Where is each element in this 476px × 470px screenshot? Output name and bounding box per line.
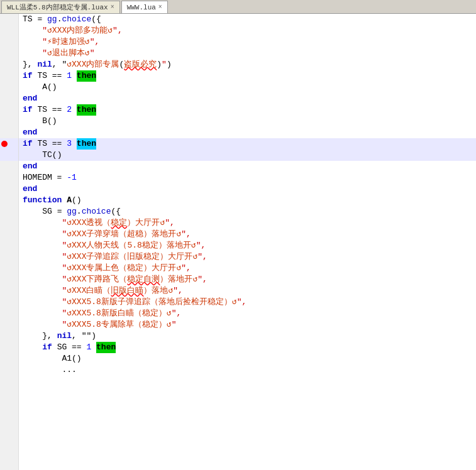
ln-30 — [0, 342, 18, 353]
ln-33 — [0, 376, 18, 387]
code-line-18: SG = gg.choice({ — [19, 206, 476, 217]
code-line-27: "↺XXX5.8新版白瞄（稳定）↺", — [19, 308, 476, 319]
code-line-19: "↺XXX透视（稳定）大厅开↺", — [19, 217, 476, 229]
ln-32 — [0, 364, 18, 376]
code-line-31: A1() — [19, 353, 476, 364]
tab-bar: WLL温柔5.8内部稳定专属.luax × WWW.lua × — [0, 0, 476, 14]
ln-9 — [0, 104, 18, 116]
code-line-6: if TS == 1 then — [19, 70, 476, 82]
code-line-26: "↺XXX5.8新版子弹追踪（落地后捡检开稳定）↺", — [19, 297, 476, 308]
code-line-3: "⚡时速加强↺", — [19, 36, 476, 48]
code-line-8: end — [19, 93, 476, 104]
ln-40 — [0, 455, 18, 466]
code-line-4: "↺退出脚本↺" — [19, 48, 476, 59]
ln-5 — [0, 59, 18, 70]
ln-6 — [0, 70, 18, 82]
ln-34 — [0, 387, 18, 398]
ln-12 — [0, 138, 18, 150]
code-line-7: A() — [19, 82, 476, 93]
ln-8 — [0, 93, 18, 104]
code-line-2: "↺XXX内部多功能↺", — [19, 25, 476, 36]
code-line-11: end — [19, 127, 476, 138]
ln-31 — [0, 353, 18, 364]
ln-4 — [0, 48, 18, 59]
code-line-1: TS = gg.choice({ — [19, 14, 476, 25]
ln-37 — [0, 421, 18, 432]
ln-2 — [0, 25, 18, 36]
ln-29 — [0, 331, 18, 342]
ln-41 — [0, 466, 18, 470]
tab-www-lua-label: WWW.lua — [127, 4, 156, 11]
ln-15 — [0, 172, 18, 183]
code-line-16: end — [19, 183, 476, 195]
ln-26 — [0, 297, 18, 308]
code-line-13: TC() — [19, 150, 476, 161]
code-span: TS — [23, 14, 37, 25]
code-line-9: if TS == 2 then — [19, 104, 476, 116]
ln-19 — [0, 217, 18, 229]
ln-18 — [0, 206, 18, 217]
tab-luax[interactable]: WLL温柔5.8内部稳定专属.luax × — [1, 1, 120, 13]
code-line-23: "↺XXX专属上色（稳定）大厅开↺", — [19, 263, 476, 274]
code-line-24: "↺XXX下蹲路飞（稳定自测）落地开↺", — [19, 274, 476, 285]
code-line-30: if SG == 1 then — [19, 342, 476, 353]
code-line-14: end — [19, 161, 476, 172]
code-line-29: }, nil, "") — [19, 331, 476, 342]
ln-17 — [0, 195, 18, 206]
ln-24 — [0, 274, 18, 285]
ln-28 — [0, 319, 18, 331]
tab-www-lua-close[interactable]: × — [158, 4, 162, 11]
code-line-32: ... — [19, 364, 476, 376]
code-content[interactable]: TS = gg.choice({ "↺XXX内部多功能↺", "⚡时速加强↺",… — [19, 14, 476, 470]
tab-luax-close[interactable]: × — [111, 4, 114, 11]
ln-10 — [0, 116, 18, 127]
code-line-10: B() — [19, 116, 476, 127]
ln-25 — [0, 285, 18, 297]
ln-16 — [0, 183, 18, 195]
code-line-5: }, nil, "↺XXX内部专属(盗版必究)") — [19, 59, 476, 70]
editor-container: WLL温柔5.8内部稳定专属.luax × WWW.lua × — [0, 0, 476, 470]
ln-35 — [0, 398, 18, 410]
ln-22 — [0, 251, 18, 263]
ln-39 — [0, 444, 18, 455]
ln-27 — [0, 308, 18, 319]
code-line-25: "↺XXX白瞄（旧版白瞄）落地↺", — [19, 285, 476, 297]
ln-20 — [0, 229, 18, 240]
code-line-12: if TS == 3 then — [19, 138, 476, 150]
code-line-15: HOMEDM = -1 — [19, 172, 476, 183]
ln-23 — [0, 263, 18, 274]
tab-www-lua[interactable]: WWW.lua × — [121, 1, 168, 13]
ln-7 — [0, 82, 18, 93]
ln-3 — [0, 36, 18, 48]
ln-1 — [0, 14, 18, 25]
code-line-22: "↺XXX子弹追踪（旧版稳定）大厅开↺", — [19, 251, 476, 263]
code-line-20: "↺XXX子弹穿墙（超稳）落地开↺", — [19, 229, 476, 240]
code-line-17: function A() — [19, 195, 476, 206]
code-area: TS = gg.choice({ "↺XXX内部多功能↺", "⚡时速加强↺",… — [0, 14, 476, 470]
code-line-21: "↺XXX人物天线（5.8稳定）落地开↺", — [19, 240, 476, 251]
line-numbers — [0, 14, 19, 470]
ln-36 — [0, 410, 18, 421]
ln-11 — [0, 127, 18, 138]
ln-38 — [0, 432, 18, 444]
ln-14 — [0, 161, 18, 172]
ln-21 — [0, 240, 18, 251]
ln-13 — [0, 150, 18, 161]
code-line-28: "↺XXX5.8专属除草（稳定）↺" — [19, 319, 476, 331]
tab-luax-label: WLL温柔5.8内部稳定专属.luax — [7, 3, 108, 12]
